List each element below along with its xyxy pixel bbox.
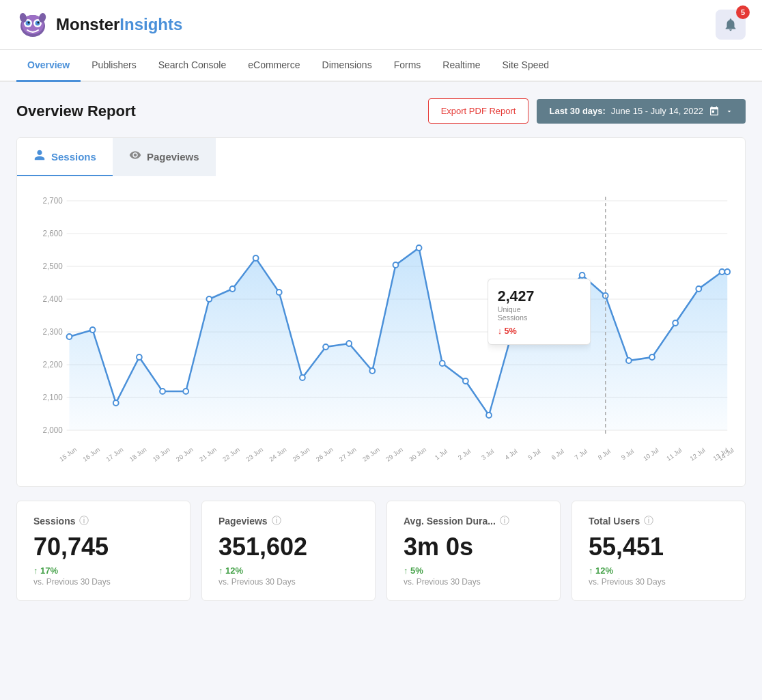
svg-text:15 Jun: 15 Jun xyxy=(59,446,78,463)
svg-text:5 Jul: 5 Jul xyxy=(527,448,542,462)
svg-text:1 Jul: 1 Jul xyxy=(434,448,449,462)
logo-text: MonsterInsights xyxy=(56,15,182,34)
nav-item-publishers[interactable]: Publishers xyxy=(81,50,147,82)
notifications-button[interactable]: 5 xyxy=(716,10,746,40)
logo: MonsterInsights xyxy=(16,8,182,41)
stat-card-avg-session: Avg. Session Dura... ⓘ 3m 0s ↑ 5% vs. Pr… xyxy=(386,501,561,601)
svg-point-30 xyxy=(137,354,142,360)
chart-area: 2,700 2,600 2,500 2,400 2,300 2,200 2,10… xyxy=(17,176,745,486)
nav-item-ecommerce[interactable]: eCommerce xyxy=(237,50,311,82)
tab-sessions[interactable]: Sessions xyxy=(17,138,113,176)
info-icon-pageviews[interactable]: ⓘ xyxy=(272,515,281,527)
svg-point-43 xyxy=(440,361,445,366)
svg-text:7 Jul: 7 Jul xyxy=(574,448,589,462)
chevron-down-icon xyxy=(725,107,733,115)
stat-card-sessions: Sessions ⓘ 70,745 ↑ 17% vs. Previous 30 … xyxy=(16,501,190,601)
stat-label-pageviews: Pageviews xyxy=(218,516,268,527)
svg-text:6 Jul: 6 Jul xyxy=(550,448,565,462)
info-icon-avg-session[interactable]: ⓘ xyxy=(500,515,509,527)
info-icon-total-users[interactable]: ⓘ xyxy=(644,515,653,527)
svg-point-31 xyxy=(160,389,165,394)
stat-vs-avg-session: vs. Previous 30 Days xyxy=(404,577,544,587)
svg-text:2,700: 2,700 xyxy=(42,196,63,206)
svg-point-54 xyxy=(696,286,701,292)
stat-change-pageviews: ↑ 12% xyxy=(218,565,358,576)
stat-change-avg-session: ↑ 5% xyxy=(404,565,544,576)
stat-label-total-users: Total Users xyxy=(589,516,640,527)
svg-text:2,500: 2,500 xyxy=(42,262,63,271)
svg-text:25 Jun: 25 Jun xyxy=(292,446,311,463)
svg-text:12 Jul: 12 Jul xyxy=(689,447,707,462)
svg-point-55 xyxy=(720,269,725,275)
svg-point-56 xyxy=(724,269,730,275)
svg-text:19 Jun: 19 Jun xyxy=(152,446,171,463)
svg-point-37 xyxy=(300,375,305,380)
svg-text:29 Jun: 29 Jun xyxy=(385,446,404,463)
nav-item-dimensions[interactable]: Dimensions xyxy=(311,50,383,82)
stat-value-pageviews: 351,602 xyxy=(218,533,358,561)
stat-card-pageviews: Pageviews ⓘ 351,602 ↑ 12% vs. Previous 3… xyxy=(201,501,376,601)
svg-point-38 xyxy=(323,344,328,350)
stat-value-total-users: 55,451 xyxy=(589,533,729,561)
svg-point-42 xyxy=(417,245,422,251)
svg-text:2,200: 2,200 xyxy=(42,360,63,369)
date-label-prefix: Last 30 days: xyxy=(549,106,605,116)
svg-text:26 Jun: 26 Jun xyxy=(315,446,334,463)
svg-text:2 Jul: 2 Jul xyxy=(457,448,472,462)
svg-text:2,000: 2,000 xyxy=(42,425,63,435)
svg-text:2,400: 2,400 xyxy=(42,294,63,304)
svg-text:2,300: 2,300 xyxy=(42,327,63,337)
stat-label-row-pageviews: Pageviews ⓘ xyxy=(218,515,358,527)
svg-text:22 Jun: 22 Jun xyxy=(222,446,241,463)
nav-item-search-console[interactable]: Search Console xyxy=(147,50,238,82)
svg-point-41 xyxy=(393,262,399,268)
nav-item-realtime[interactable]: Realtime xyxy=(432,50,491,82)
header: MonsterInsights 5 xyxy=(0,0,762,50)
tab-pageviews[interactable]: Pageviews xyxy=(113,138,216,176)
svg-text:8 Jul: 8 Jul xyxy=(597,448,612,462)
svg-point-28 xyxy=(90,327,96,333)
nav-item-site-speed[interactable]: Site Speed xyxy=(492,50,561,82)
svg-point-49 xyxy=(580,272,585,278)
stat-value-avg-session: 3m 0s xyxy=(404,533,544,561)
svg-text:3 Jul: 3 Jul xyxy=(480,448,495,462)
header-right: 5 xyxy=(716,10,746,40)
report-title: Overview Report xyxy=(16,102,136,120)
date-range-button[interactable]: Last 30 days: June 15 - July 14, 2022 xyxy=(537,99,746,124)
svg-text:16 Jun: 16 Jun xyxy=(82,446,101,463)
nav-item-forms[interactable]: Forms xyxy=(383,50,432,82)
report-header: Overview Report Export PDF Report Last 3… xyxy=(16,98,746,124)
main-nav: Overview Publishers Search Console eComm… xyxy=(0,50,762,82)
sessions-chart: 2,700 2,600 2,500 2,400 2,300 2,200 2,10… xyxy=(28,190,734,477)
logo-icon xyxy=(16,8,49,41)
report-controls: Export PDF Report Last 30 days: June 15 … xyxy=(428,98,746,124)
svg-point-40 xyxy=(369,368,375,374)
export-pdf-button[interactable]: Export PDF Report xyxy=(428,98,529,124)
svg-point-6 xyxy=(28,22,30,24)
chart-tabs: Sessions Pageviews xyxy=(17,138,745,176)
notification-badge: 5 xyxy=(736,5,750,19)
nav-item-overview[interactable]: Overview xyxy=(16,50,81,82)
bell-icon xyxy=(723,17,738,32)
svg-text:18 Jun: 18 Jun xyxy=(128,446,147,463)
svg-text:10 Jul: 10 Jul xyxy=(642,447,660,462)
main-content: Overview Report Export PDF Report Last 3… xyxy=(0,82,762,617)
svg-point-33 xyxy=(206,296,212,302)
stat-label-avg-session: Avg. Session Dura... xyxy=(404,516,496,527)
svg-text:24 Jun: 24 Jun xyxy=(268,446,287,463)
svg-point-53 xyxy=(673,320,678,326)
stat-vs-total-users: vs. Previous 30 Days xyxy=(589,577,729,587)
chart-card: Sessions Pageviews xyxy=(16,137,746,487)
person-icon xyxy=(33,149,46,164)
stat-vs-sessions: vs. Previous 30 Days xyxy=(33,577,173,587)
stat-change-total-users: ↑ 12% xyxy=(589,565,729,576)
date-range-value: June 15 - July 14, 2022 xyxy=(611,106,703,116)
tab-pageviews-label: Pageviews xyxy=(147,151,199,163)
stat-label-sessions: Sessions xyxy=(33,516,75,527)
stat-change-sessions: ↑ 17% xyxy=(33,565,173,576)
stat-label-row-avg-session: Avg. Session Dura... ⓘ xyxy=(404,515,544,527)
svg-point-27 xyxy=(67,334,72,339)
info-icon-sessions[interactable]: ⓘ xyxy=(79,515,89,527)
stat-label-row-total-users: Total Users ⓘ xyxy=(589,515,729,527)
stat-vs-pageviews: vs. Previous 30 Days xyxy=(218,577,358,587)
